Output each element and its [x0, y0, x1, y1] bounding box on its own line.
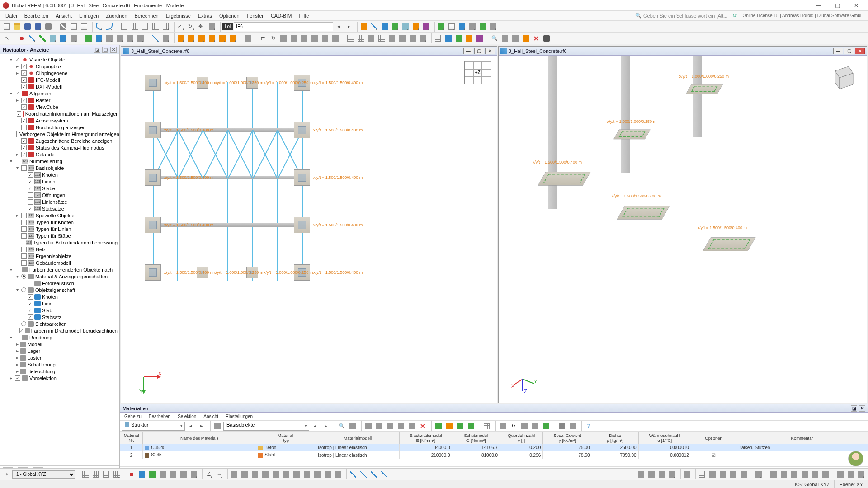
tree-item[interactable]: ▾123Nummerierung — [0, 158, 119, 164]
tree-item[interactable]: 123Linien — [0, 178, 119, 185]
menu-fenster[interactable]: Fenster — [243, 12, 267, 20]
snap-1[interactable] — [127, 469, 137, 479]
redo-button[interactable] — [104, 22, 114, 32]
view-iso-button[interactable] — [119, 22, 129, 32]
snap-int-button[interactable] — [475, 33, 485, 43]
osnap-7[interactable] — [292, 469, 302, 479]
mat-prev-cat[interactable]: ◂ — [186, 421, 196, 431]
mat-unit[interactable] — [498, 421, 508, 431]
vis-6[interactable] — [821, 469, 830, 479]
menu-zuordnen[interactable]: Zuordnen — [102, 12, 131, 20]
materials-table[interactable]: MaterialNr.Name des MaterialsMaterial-ty… — [120, 432, 868, 466]
mat-import[interactable] — [434, 421, 443, 431]
tree-item[interactable]: ▸Gelände — [0, 151, 119, 158]
osnap-9[interactable] — [312, 469, 322, 479]
divide-button[interactable] — [310, 33, 320, 43]
menu-berechnen[interactable]: Berechnen — [131, 12, 162, 20]
tree-item[interactable]: ▸Schattierung — [0, 361, 119, 368]
view-xy-button[interactable] — [130, 22, 140, 32]
load-solid-button[interactable] — [217, 33, 227, 43]
grid2-button[interactable] — [377, 33, 387, 43]
lc-next-button[interactable]: ▸ — [344, 22, 354, 32]
snap-obj-button[interactable] — [443, 33, 453, 43]
print-button[interactable] — [43, 22, 53, 32]
addon-button[interactable] — [457, 22, 467, 32]
tree-item[interactable]: 123Liniensätze — [0, 198, 119, 205]
tree-item[interactable]: ▸Modell — [0, 341, 119, 347]
tree-item[interactable]: Sichtbarkeiten — [0, 320, 119, 327]
save-button[interactable] — [23, 22, 33, 32]
mat-new[interactable] — [363, 421, 373, 431]
mat-apply[interactable] — [455, 421, 465, 431]
render-5[interactable] — [739, 469, 749, 479]
render-4[interactable] — [728, 469, 738, 479]
mat-next-sub[interactable]: ▸ — [321, 421, 331, 431]
mat-menu-view[interactable]: Ansicht — [201, 413, 221, 420]
menu-optionen[interactable]: Optionen — [216, 12, 243, 20]
menu-bearbeiten[interactable]: Bearbeiten — [21, 12, 52, 20]
tree-item[interactable]: 123Typen für Linien — [0, 225, 119, 232]
report-button[interactable] — [447, 22, 457, 32]
calc-button[interactable] — [436, 22, 446, 32]
tree-item[interactable]: Stabsatz — [0, 314, 119, 320]
osnap-8[interactable] — [302, 469, 312, 479]
tree-item[interactable]: ▾Rendering — [0, 334, 119, 341]
mesh-button[interactable] — [345, 33, 355, 43]
win-3[interactable] — [856, 469, 866, 479]
tree-item[interactable]: ▾Allgemein — [0, 90, 119, 97]
osnap-1[interactable] — [229, 469, 239, 479]
stress-button[interactable] — [411, 22, 421, 32]
rigid-button[interactable] — [125, 33, 135, 43]
tree-item[interactable]: ▸Lager — [0, 347, 119, 354]
vp-max[interactable]: ▢ — [474, 48, 484, 54]
rotate2-button[interactable]: ↻ — [268, 33, 278, 43]
paste-button[interactable] — [79, 22, 89, 32]
tree-item[interactable]: ▸Clippingebene — [0, 70, 119, 76]
extrude-button[interactable] — [299, 33, 309, 43]
mat-export[interactable] — [444, 421, 454, 431]
measure-button[interactable] — [500, 33, 510, 43]
cs-icon[interactable]: ⌖ — [2, 469, 12, 479]
win-2[interactable] — [846, 469, 856, 479]
tree-item[interactable]: Achsensystem — [0, 117, 119, 124]
load-node-button[interactable] — [176, 33, 186, 43]
cloud-icon[interactable]: ⟳ — [730, 13, 740, 19]
tree-item[interactable]: ▾123Basisobjekte — [0, 164, 119, 171]
open-button[interactable] — [12, 22, 22, 32]
osnap-10[interactable] — [323, 469, 333, 479]
delete-button[interactable]: ✕ — [531, 33, 541, 43]
vis-5[interactable] — [810, 469, 820, 479]
saveas-button[interactable] — [33, 22, 43, 32]
mat-close[interactable]: ✕ — [859, 405, 865, 412]
guide-dist[interactable]: ↔ — [214, 469, 224, 479]
menu-extras[interactable]: Extras — [194, 12, 216, 20]
new-button[interactable] — [2, 22, 12, 32]
new-surface-button[interactable] — [48, 33, 58, 43]
section-button[interactable] — [136, 33, 146, 43]
info-button[interactable] — [510, 33, 520, 43]
align-button[interactable] — [387, 33, 397, 43]
mat-shift[interactable] — [396, 421, 406, 431]
tree-item[interactable]: DXF-Modell — [0, 83, 119, 90]
dimension-button[interactable] — [151, 33, 160, 43]
tree-item[interactable]: ▸123Spezielle Objekte — [0, 212, 119, 219]
viewcube[interactable]: +Z — [464, 61, 491, 84]
tree-item[interactable]: Knoten — [0, 293, 119, 300]
vp-close[interactable]: ✕ — [485, 48, 495, 54]
animate-button[interactable] — [380, 22, 390, 32]
vp-close[interactable]: ✕ — [855, 48, 865, 54]
mat-next-cat[interactable]: ▸ — [197, 421, 207, 431]
zoom-button[interactable]: ⤢ — [176, 22, 186, 32]
viewport-3d-canvas[interactable]: x/y/t = 1.000/1.000/0.250 mx/y/t = 1.000… — [499, 56, 867, 403]
story-button[interactable] — [366, 33, 376, 43]
mat-category-select[interactable]: Struktur — [122, 422, 185, 431]
hinge-button[interactable] — [94, 33, 104, 43]
guide-angle[interactable]: ∠ — [204, 469, 214, 479]
menu-ergebnisse[interactable]: Ergebnisse — [162, 12, 194, 20]
render-3[interactable] — [718, 469, 728, 479]
new-member-button[interactable] — [38, 33, 47, 43]
osnap-4[interactable] — [260, 469, 270, 479]
line-type-1[interactable] — [348, 469, 358, 479]
mat-subcategory-select[interactable]: Basisobjekte — [223, 422, 309, 431]
load-line-button[interactable] — [186, 33, 196, 43]
